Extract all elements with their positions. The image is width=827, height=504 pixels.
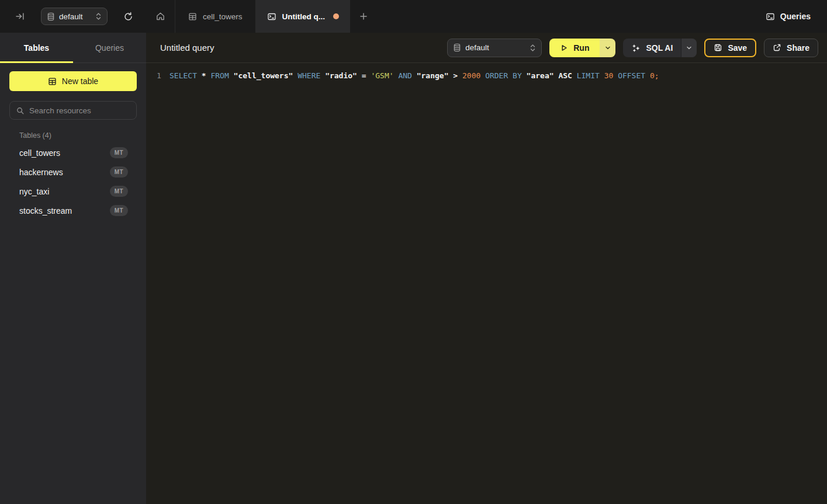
home-icon (155, 12, 165, 21)
table-engine-badge: MT (110, 186, 128, 197)
sql-code[interactable]: SELECT * FROM "cell_towers" WHERE "radio… (169, 70, 659, 81)
unsaved-changes-dot (333, 13, 339, 19)
tab-home[interactable] (146, 0, 175, 33)
table-list-item[interactable]: nyc_taxiMT (0, 182, 146, 201)
sql-ai-options-button[interactable] (681, 39, 697, 57)
play-icon (560, 44, 568, 52)
sidebar-tab-queries[interactable]: Queries (73, 33, 146, 62)
sidebar-tab-tables-label: Tables (24, 43, 49, 53)
queries-button-label: Queries (780, 12, 811, 21)
topbar-right: Queries (766, 0, 827, 33)
tab-untitled-query-label: Untitled q... (282, 12, 326, 21)
save-icon (714, 43, 722, 52)
save-button[interactable]: Save (704, 39, 756, 57)
share-button[interactable]: Share (764, 39, 818, 57)
sidebar-tab-queries-label: Queries (95, 43, 124, 53)
query-console-icon (766, 12, 775, 21)
chevron-down-icon (686, 45, 692, 51)
plus-icon (359, 12, 368, 20)
share-label: Share (787, 43, 809, 53)
run-label: Run (573, 43, 589, 53)
sql-ai-label: SQL AI (646, 43, 673, 53)
new-tab-button[interactable] (350, 0, 377, 33)
topbar-database-value: default (59, 12, 83, 21)
sql-editor[interactable]: 1 SELECT * FROM "cell_towers" WHERE "rad… (146, 63, 827, 504)
sidebar: Tables Queries New table Tabl (0, 33, 146, 504)
topbar: default (0, 0, 827, 33)
share-external-icon (773, 43, 781, 52)
refresh-icon[interactable] (123, 12, 133, 22)
run-button[interactable]: Run (549, 39, 600, 57)
query-database-value: default (465, 43, 489, 52)
new-table-button[interactable]: New table (9, 71, 137, 91)
topbar-left: default (0, 0, 146, 33)
new-table-label: New table (62, 77, 98, 86)
tab-untitled-query[interactable]: Untitled q... (255, 0, 351, 33)
search-icon (16, 106, 25, 115)
table-list-item[interactable]: cell_towersMT (0, 143, 146, 162)
line-number: 1 (152, 70, 166, 81)
collapse-sidebar-icon[interactable] (15, 12, 25, 21)
search-input[interactable] (29, 106, 133, 115)
main-panel: Untitled query default (146, 33, 827, 504)
tab-cell-towers-label: cell_towers (203, 12, 243, 21)
table-engine-badge: MT (110, 205, 128, 216)
sidebar-tabs: Tables Queries (0, 33, 146, 63)
sidebar-tab-tables[interactable]: Tables (0, 33, 73, 62)
table-icon (48, 77, 57, 86)
table-list-item[interactable]: hackernewsMT (0, 162, 146, 182)
table-engine-badge: MT (110, 147, 128, 158)
sql-ai-button[interactable]: SQL AI (623, 39, 681, 57)
query-database-selector[interactable]: default (447, 39, 542, 57)
table-name: nyc_taxi (19, 187, 49, 196)
sql-ai-button-group: SQL AI (623, 39, 697, 57)
topbar-database-selector[interactable]: default (41, 8, 108, 25)
table-name: hackernews (19, 168, 63, 177)
toolbar-actions: default Run (447, 39, 818, 57)
queries-button[interactable]: Queries (766, 12, 811, 21)
sparkles-icon (631, 43, 641, 53)
chevron-down-icon (605, 45, 611, 51)
tab-bar: cell_towers Untitled q... (146, 0, 377, 33)
table-icon (188, 12, 197, 21)
query-toolbar: Untitled query default (146, 33, 827, 63)
table-list: cell_towersMThackernewsMTnyc_taxiMTstock… (0, 143, 146, 220)
table-name: stocks_stream (19, 206, 72, 215)
database-icon (47, 12, 55, 21)
database-icon (453, 43, 461, 52)
tables-section-label: Tables (4) (19, 131, 146, 140)
tab-cell-towers[interactable]: cell_towers (175, 0, 255, 33)
chevron-updown-icon (95, 12, 102, 20)
code-line: 1 SELECT * FROM "cell_towers" WHERE "rad… (146, 70, 827, 81)
table-engine-badge: MT (110, 166, 128, 178)
table-name: cell_towers (19, 148, 60, 158)
run-options-button[interactable] (600, 39, 615, 57)
run-button-group: Run (549, 39, 615, 57)
chevron-updown-icon (530, 44, 536, 52)
table-list-item[interactable]: stocks_streamMT (0, 201, 146, 220)
query-console-icon (267, 12, 276, 21)
query-title: Untitled query (160, 43, 214, 53)
save-label: Save (728, 43, 747, 53)
search-box (9, 101, 137, 120)
